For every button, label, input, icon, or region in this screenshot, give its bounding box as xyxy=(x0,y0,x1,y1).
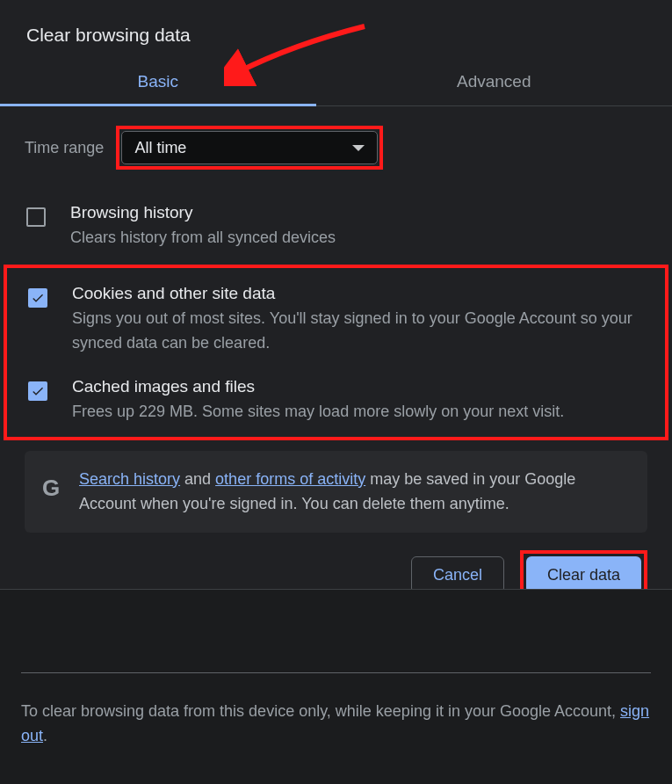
option-label: Browsing history xyxy=(70,203,336,222)
option-description: Signs you out of most sites. You'll stay… xyxy=(72,307,644,356)
option-label: Cookies and other site data xyxy=(72,284,644,303)
tab-advanced[interactable]: Advanced xyxy=(316,65,672,105)
clear-data-button[interactable]: Clear data xyxy=(526,556,641,593)
dialog-title: Clear browsing data xyxy=(0,0,672,65)
option-browsing-history: Browsing history Clears history from all… xyxy=(25,196,647,265)
time-range-value: All time xyxy=(134,139,186,157)
search-history-link[interactable]: Search history xyxy=(79,470,180,488)
time-range-select[interactable]: All time xyxy=(121,131,378,164)
tab-bar: Basic Advanced xyxy=(0,65,672,106)
checkbox-browsing-history[interactable] xyxy=(26,207,46,227)
footer-text: To clear browsing data from this device … xyxy=(21,700,651,749)
checkbox-cookies[interactable] xyxy=(28,288,47,308)
info-text: Search history and other forms of activi… xyxy=(79,467,632,518)
option-description: Frees up 229 MB. Some sites may load mor… xyxy=(72,400,564,425)
option-cookies: Cookies and other site data Signs you ou… xyxy=(26,277,646,370)
checkbox-cache[interactable] xyxy=(28,381,47,401)
option-description: Clears history from all synced devices xyxy=(70,226,336,250)
divider xyxy=(21,672,651,673)
google-icon: G xyxy=(40,470,61,507)
annotation-box-options: Cookies and other site data Signs you ou… xyxy=(4,265,668,440)
other-activity-link[interactable]: other forms of activity xyxy=(215,470,365,488)
tab-basic[interactable]: Basic xyxy=(0,65,316,105)
option-label: Cached images and files xyxy=(72,377,564,396)
option-cache: Cached images and files Frees up 229 MB.… xyxy=(26,370,646,432)
annotation-box-timerange: All time xyxy=(116,126,383,170)
time-range-row: Time range All time xyxy=(25,126,647,170)
footer-area: To clear browsing data from this device … xyxy=(0,589,672,784)
time-range-label: Time range xyxy=(25,139,104,157)
cancel-button[interactable]: Cancel xyxy=(411,556,504,593)
caret-down-icon xyxy=(352,145,365,151)
google-account-info: G Search history and other forms of acti… xyxy=(25,451,647,534)
